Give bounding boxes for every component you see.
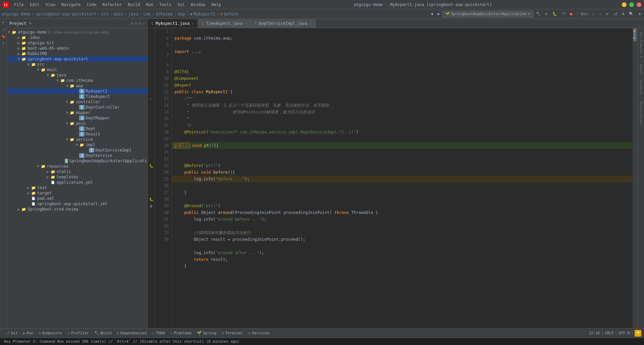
tree-item-springboot-aop-quickstart[interactable]: ▼📁springboot-aop-quickstart: [7, 56, 147, 62]
tab-close-myaspect1[interactable]: ✕: [192, 22, 194, 25]
tree-item-resources[interactable]: ▼📁resources: [7, 164, 147, 169]
maximize-button[interactable]: □: [629, 2, 634, 7]
tree-item-deptserviceimpl[interactable]: CDeptServiceImpl: [7, 148, 147, 153]
tree-item-dept[interactable]: CDept: [7, 126, 147, 131]
tree-item-pom-xml[interactable]: 📄pom.xml: [7, 196, 147, 201]
menu-item-file[interactable]: File: [11, 2, 26, 8]
project-settings-button[interactable]: ⚙: [139, 21, 141, 26]
tree-item-deptcontroller[interactable]: CDeptController: [7, 105, 147, 110]
minimize-button[interactable]: —: [622, 2, 627, 7]
project-close-button[interactable]: —: [142, 21, 145, 26]
close-button[interactable]: ✕: [637, 2, 641, 7]
todo-bottom-button[interactable]: ☑ TODO: [150, 330, 167, 336]
breadcrumb-src[interactable]: src: [101, 12, 109, 16]
tab-myaspect1[interactable]: C MyAspect1.java ✕: [148, 19, 198, 28]
tree-item-atguigu-git[interactable]: ▶📁atguigu-Git: [7, 40, 147, 46]
build-bottom-button[interactable]: 🔨 Build: [92, 330, 114, 336]
menu-item-build[interactable]: Build: [125, 2, 143, 8]
tree-item-service[interactable]: ▼📁service: [7, 137, 147, 142]
breadcrumb-module[interactable]: springboot-aop-quickstart: [36, 12, 96, 16]
menu-item-run[interactable]: Run: [143, 2, 156, 8]
tree-item-springbootaopquickstartapplication[interactable]: CSpringbootAopQuickstartApplication: [7, 158, 147, 164]
git-translate-button[interactable]: A: [620, 11, 627, 17]
menu-item-view[interactable]: View: [43, 2, 58, 8]
run-button[interactable]: ▶: [543, 11, 550, 17]
database-sidebar[interactable]: Database: [639, 77, 643, 97]
breadcrumb-main[interactable]: main: [114, 12, 123, 16]
stop-button[interactable]: ■: [568, 11, 575, 17]
tree-item-target[interactable]: ▶📁target: [7, 190, 147, 196]
terminal-bottom-button[interactable]: ⊡ Terminal: [219, 330, 246, 336]
breadcrumb-class[interactable]: MyAspect1: [194, 12, 215, 16]
dependencies-bottom-button[interactable]: ⊞ Dependencies: [114, 330, 150, 336]
tab-timeaspect[interactable]: C TimeAspect.java ✕: [198, 19, 251, 28]
menu-item-git[interactable]: Git: [175, 2, 187, 8]
line-separator-status[interactable]: CRLF: [605, 331, 614, 335]
tree-item-com-itheima[interactable]: ▼📁com.itheima: [7, 78, 147, 83]
tree-item--idea[interactable]: ▶📁.idea: [7, 35, 147, 40]
git-bottom-button[interactable]: ⎇ Git: [3, 330, 20, 336]
tree-item-templates[interactable]: ▶📁templates: [7, 174, 147, 180]
maven-sidebar[interactable]: Maven: [639, 62, 643, 76]
tab-close-deptserviceimpl[interactable]: ✕: [309, 22, 311, 25]
tab-deptserviceimpl[interactable]: C DeptServiceImpl.java ✕: [251, 19, 316, 28]
commit-icon[interactable]: ⎇: [1, 27, 6, 32]
tree-item-atguigu-demo[interactable]: ▼📁atguigu-demoE:\idea-workspace\atguigu-…: [7, 30, 147, 35]
tab-close-timeaspect[interactable]: ✕: [245, 22, 247, 25]
tree-item-application-yml[interactable]: 📄application.yml: [7, 180, 147, 185]
breadcrumb-com[interactable]: com: [143, 12, 151, 16]
structure-icon[interactable]: ≡: [1, 40, 6, 46]
tree-item-controller[interactable]: ▼📁controller: [7, 99, 147, 105]
tree-item-timeaspect[interactable]: CTimeAspect: [7, 94, 147, 99]
tree-item-static[interactable]: ▶📁static: [7, 169, 147, 174]
tree-item-springboot-aop-quickstart-iml[interactable]: 📄springboot-aop-quickstart.iml: [7, 201, 147, 207]
tree-item-myaspect1[interactable]: CMyAspect1: [7, 89, 147, 94]
breadcrumb-demo[interactable]: atguigu-demo: [1, 12, 31, 16]
spring-bottom-button[interactable]: 🌱 Spring: [194, 330, 219, 336]
run-bottom-button[interactable]: ▶ Run: [20, 330, 36, 336]
editor-scrollbar[interactable]: ▲ 1 ▼: [633, 28, 637, 328]
search-everywhere-button[interactable]: 🔍: [627, 11, 636, 17]
settings-button[interactable]: ⚙: [636, 11, 643, 17]
tree-item-springboot-crud-heima[interactable]: ▶📁SpringBoot-crud-heima: [7, 207, 147, 212]
git-push-button[interactable]: ↑: [597, 11, 604, 17]
ime-indicator[interactable]: 中: [635, 330, 641, 337]
tree-item-impl[interactable]: ▼📁impl: [7, 142, 147, 148]
breadcrumb-method[interactable]: before: [224, 12, 238, 16]
tree-item-deptservice[interactable]: IDeptService: [7, 153, 147, 158]
menu-item-tools[interactable]: Tools: [157, 2, 174, 8]
tabs-more-button[interactable]: ⋯: [639, 23, 641, 28]
coverage-button[interactable]: 🛡: [560, 11, 568, 17]
services-bottom-button[interactable]: ⊞ Services: [246, 330, 273, 336]
encoding-status[interactable]: UTF-8: [619, 331, 630, 335]
tree-item-java[interactable]: ▼📁java: [7, 72, 147, 78]
run-config-selector[interactable]: 🌱 SpringbootAopQuickstartApplication ▼: [442, 11, 533, 17]
project-icon[interactable]: P: [1, 20, 6, 25]
project-collapse-button[interactable]: ≡: [135, 21, 137, 26]
project-scope-button[interactable]: ⊕: [131, 21, 133, 26]
tree-item-test[interactable]: ▶📁test: [7, 185, 147, 190]
tree-item-mapper[interactable]: ▼📁mapper: [7, 110, 147, 115]
key-promoter-sidebar[interactable]: Key Promoter X: [639, 30, 643, 60]
navigate-back-button[interactable]: ◀: [429, 11, 435, 17]
menu-item-window[interactable]: Window: [188, 2, 208, 8]
problems-bottom-button[interactable]: ⚠ Problems: [168, 330, 195, 336]
tree-item-boot-web-05-admin[interactable]: ▶📁boot-web-05-admin: [7, 46, 147, 51]
tree-item-pojo[interactable]: ▼📁pojo: [7, 121, 147, 126]
git-branch-button[interactable]: ⎇: [611, 11, 620, 17]
git-checkmark-button[interactable]: ✓: [590, 11, 597, 17]
menu-item-navigate[interactable]: Navigate: [59, 2, 84, 8]
navigate-forward-button[interactable]: ▶: [436, 11, 442, 17]
breadcrumb-java[interactable]: java: [128, 12, 138, 16]
bookmarks-icon[interactable]: 🔖: [1, 34, 6, 39]
tree-item-src[interactable]: ▼📁src: [7, 62, 147, 67]
tree-item-rabbitmq[interactable]: ▶📁RabbitMQ: [7, 51, 147, 56]
breadcrumb-itheima[interactable]: itheima: [156, 12, 173, 16]
menu-item-edit[interactable]: Edit: [27, 2, 42, 8]
endpoints-bottom-button[interactable]: ⊕ Endpoints: [36, 330, 65, 336]
git-fetch-button[interactable]: ↻: [604, 11, 610, 17]
debug-button[interactable]: 🐛: [550, 11, 559, 17]
menu-item-refactor[interactable]: Refactor: [100, 2, 124, 8]
profiler-bottom-button[interactable]: ◎ Profiler: [65, 330, 92, 336]
tree-item-aop[interactable]: ▼📁aop: [7, 83, 147, 89]
